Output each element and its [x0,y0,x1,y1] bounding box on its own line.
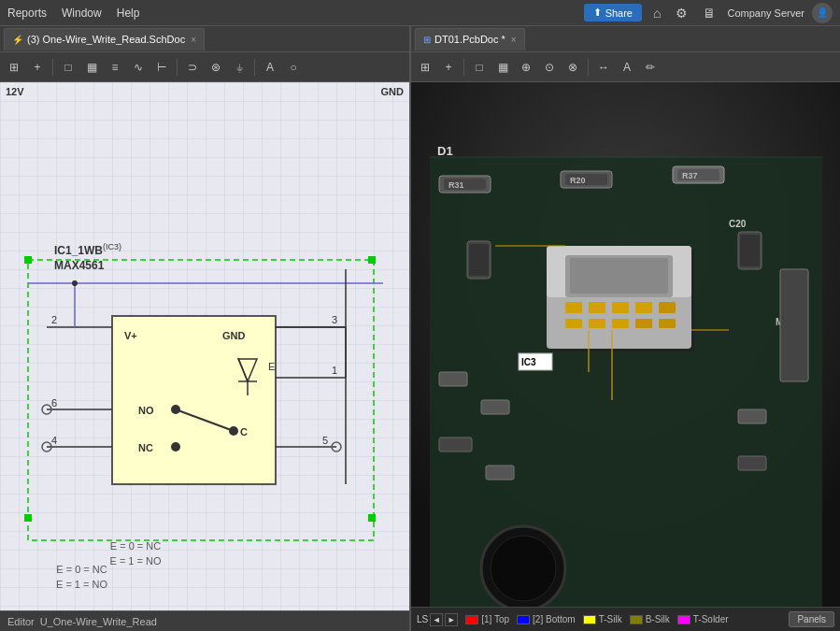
svg-rect-5 [112,316,276,484]
pcb-tool-via[interactable]: ⊗ [562,57,583,78]
layer-bsilk-color [630,615,643,624]
tool-pwr[interactable]: ⊛ [206,57,226,78]
svg-rect-3 [24,514,32,522]
svg-text:D1: D1 [437,144,453,158]
schematic-toolbar: ⊞ + □ ▦ ≡ ∿ ⊢ ⊃ ⊛ ⏚ A ○ [0,52,409,82]
share-button[interactable]: ⬆ Share [584,4,642,22]
layer-tsolder[interactable]: T-Solder [677,614,729,624]
avatar[interactable]: 👤 [812,3,833,23]
svg-rect-84 [738,409,766,423]
pcb-tool-route[interactable]: ⊕ [516,57,536,78]
layer-bsilk-label: B-Silk [646,614,670,624]
tool-ellipse[interactable]: ○ [283,57,304,78]
schematic-canvas[interactable]: 12V GND IC1_1WB(IC3) MAX4561 V+ G [0,82,409,610]
pcb-tool-text[interactable]: A [617,57,637,78]
schematic-tab-close[interactable]: × [191,35,196,45]
pcb-tool-ic[interactable]: ▦ [492,57,513,78]
svg-rect-69 [659,319,676,328]
layer-tsolder-color [677,615,691,624]
pcb-tool-sep-1 [463,59,464,76]
tool-gate[interactable]: ⊃ [182,57,203,78]
schematic-panel: ⚡ (3) One-Wire_Write_Read.SchDoc × ⊞ + □… [0,26,411,631]
schematic-status-bar: Editor U_One-Wire_Write_Read [0,610,409,631]
pcb-tab-close[interactable]: × [511,35,517,45]
menu-help[interactable]: Help [117,7,140,20]
layer-prev-button[interactable]: ◄ [430,613,443,626]
svg-text:R20: R20 [570,176,586,185]
tool-add[interactable]: + [27,57,48,78]
layer-next-button[interactable]: ► [445,613,458,626]
pcb-tool-pencil[interactable]: ✏ [640,57,661,78]
svg-rect-80 [439,372,467,386]
svg-text:GND: GND [222,330,246,341]
layer-top[interactable]: [1] Top [465,614,509,624]
layer-nav: LS ◄ ► [417,613,458,626]
svg-rect-83 [486,466,514,480]
pcb-tab[interactable]: ⊞ DT01.PcbDoc * × [415,28,525,50]
svg-text:E = 1 = NO: E = 1 = NO [109,555,161,566]
tool-sep-3 [254,59,255,76]
pcb-tool-filter[interactable]: ⊞ [415,57,435,78]
share-label: Share [605,7,633,19]
menubar: Reports Window Help ⬆ Share ⌂ ⚙ 🖥 Compan… [0,0,840,26]
layer-tsilk-label: T-Silk [599,614,622,624]
svg-rect-63 [635,302,652,313]
layer-bsilk[interactable]: B-Silk [630,614,670,624]
svg-text:1: 1 [332,365,337,376]
panels-button[interactable]: Panels [789,611,834,627]
pcb-tab-icon: ⊞ [423,35,431,45]
tool-wire[interactable]: ∿ [128,57,149,78]
svg-rect-74 [469,244,489,276]
pcb-3d-canvas[interactable]: R31 R20 R37 [411,82,840,607]
tool-pin[interactable]: ⊢ [151,57,172,78]
svg-text:V+: V+ [124,330,137,341]
pcb-tool-rect[interactable]: □ [469,57,490,78]
tool-rect[interactable]: □ [58,57,78,78]
share-icon: ⬆ [593,7,602,19]
ls-label: LS [417,614,428,624]
menu-reports[interactable]: Reports [7,7,47,20]
svg-text:R31: R31 [448,180,464,190]
main-area: ⚡ (3) One-Wire_Write_Read.SchDoc × ⊞ + □… [0,26,840,631]
svg-text:C20: C20 [729,219,747,229]
svg-rect-65 [565,319,582,328]
svg-rect-61 [589,302,605,313]
layer-tsilk-color [583,615,596,624]
tool-multi[interactable]: ≡ [105,57,125,78]
layer-top-label: [1] Top [481,614,509,624]
layer-bottom[interactable]: [2] Bottom [517,614,576,624]
schematic-tab[interactable]: ⚡ (3) One-Wire_Write_Read.SchDoc × [4,28,205,50]
pcb-tool-add[interactable]: + [438,57,459,78]
svg-rect-76 [740,235,760,266]
layer-bottom-label: [2] Bottom [533,614,576,624]
svg-text:R37: R37 [682,171,698,180]
editor-mode-label: Editor [7,616,35,627]
tool-text[interactable]: A [260,57,280,78]
settings-button[interactable]: ⚙ [672,4,691,22]
layer-bottom-color [517,615,530,624]
pcb-tool-pad[interactable]: ⊙ [539,57,560,78]
svg-marker-44 [430,157,822,607]
tool-sep-1 [52,59,53,76]
svg-rect-1 [24,256,32,264]
home-button[interactable]: ⌂ [649,4,664,22]
pcb-tool-dim[interactable]: ↔ [593,57,614,78]
tool-comp[interactable]: ▦ [81,57,102,78]
pcb-tool-sep-2 [588,59,589,76]
pcb-3d-svg: R31 R20 R37 [411,82,840,607]
svg-rect-62 [612,302,629,313]
svg-text:C: C [240,426,248,437]
svg-rect-67 [612,319,629,328]
menu-window[interactable]: Window [62,7,102,20]
svg-point-37 [72,280,78,286]
svg-text:2: 2 [51,314,57,325]
svg-text:E = 0 = NC: E = 0 = NC [110,540,161,552]
svg-text:5: 5 [322,435,328,446]
svg-rect-66 [589,319,605,328]
schematic-tab-label: (3) One-Wire_Write_Read.SchDoc [27,34,185,45]
layer-tsilk[interactable]: T-Silk [583,614,622,624]
tool-gnd[interactable]: ⏚ [229,57,249,78]
svg-text:IC3: IC3 [521,357,536,367]
svg-rect-68 [635,319,652,328]
tool-filter[interactable]: ⊞ [4,57,24,78]
